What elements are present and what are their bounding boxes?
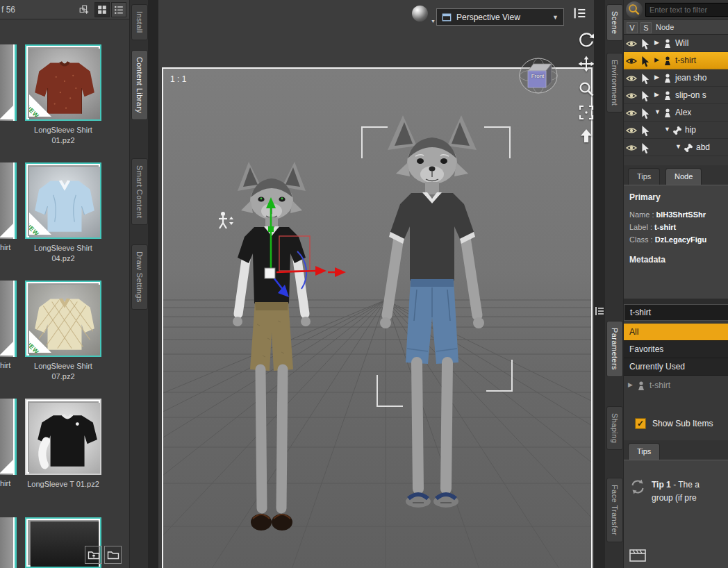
orbit-tool-icon[interactable] (578, 32, 594, 49)
visibility-eye-icon[interactable] (626, 90, 637, 101)
expander-icon[interactable]: ▶ (654, 56, 659, 63)
content-item-partial[interactable] (0, 44, 17, 121)
pagination-label: f 56 (1, 5, 15, 15)
parameters-node-item[interactable]: ▶ t-shirt (624, 377, 728, 394)
folder-up-icon[interactable] (85, 546, 102, 564)
tab-install[interactable]: Install (131, 4, 148, 40)
tree-row-selected[interactable]: ▶ t-shirt (624, 52, 728, 69)
list-view-button[interactable] (111, 2, 126, 17)
tab-shaping[interactable]: Shaping (606, 406, 623, 450)
visibility-eye-icon[interactable] (626, 73, 637, 84)
add-page-icon[interactable] (76, 2, 92, 17)
content-item-label: LongSleeve Shirt 04.pz2 (23, 243, 104, 264)
node-label: Will (675, 38, 688, 48)
expander-icon[interactable]: ▶ (654, 39, 659, 46)
node-item-label: t-shirt (650, 381, 670, 390)
view-selector-dropdown[interactable]: Perspective View ▼ (436, 8, 564, 26)
view-cube-front-label: Front (527, 73, 548, 79)
bone-node-icon (672, 126, 682, 135)
content-item-thumbnail[interactable]: NEW (25, 162, 101, 239)
select-cursor-icon[interactable] (640, 126, 651, 137)
tab-environment[interactable]: Environment (606, 53, 623, 112)
frame-tool-icon[interactable] (578, 104, 594, 121)
zoom-tool-icon[interactable] (578, 81, 594, 97)
node-info-panel: Primary Name : blH3ShrtSShr Label : t-sh… (624, 185, 728, 299)
viewport[interactable]: 1 : 1 (158, 0, 594, 568)
node-label: t-shirt (675, 56, 696, 65)
expander-icon[interactable]: ▼ (654, 108, 661, 115)
tab-scene[interactable]: Scene (606, 4, 623, 41)
visibility-eye-icon[interactable] (626, 108, 637, 119)
aspect-ratio-label: 1 : 1 (170, 74, 186, 84)
search-input[interactable] (645, 3, 728, 17)
tree-row[interactable]: ▼ Alex (624, 104, 728, 122)
select-cursor-icon[interactable] (640, 39, 651, 50)
visibility-eye-icon[interactable] (626, 142, 637, 153)
expander-icon[interactable]: ▶ (654, 74, 659, 81)
partial-item-label: hirt (0, 479, 14, 487)
visibility-eye-icon[interactable] (626, 38, 637, 49)
tab-content-library[interactable]: Content Library (131, 50, 148, 120)
panel-splitter[interactable] (624, 299, 728, 304)
content-item-thumbnail[interactable]: NEW (25, 44, 101, 121)
visibility-eye-icon[interactable] (626, 125, 637, 136)
left-tab-strip: Install Content Library Smart Content Dr… (129, 0, 148, 568)
tree-row[interactable]: ▶ slip-on s (624, 87, 728, 104)
select-cursor-icon[interactable] (640, 108, 651, 119)
draw-style-sphere-button[interactable]: ▼ (412, 6, 436, 25)
filter-favorites[interactable]: Favorites (624, 341, 728, 358)
figure-right[interactable] (377, 112, 495, 522)
visibility-eye-icon[interactable] (626, 56, 637, 67)
tab-face-transfer[interactable]: Face Transfer (606, 478, 623, 542)
tab-draw-settings[interactable]: Draw Settings (131, 244, 148, 310)
show-sub-items-checkbox[interactable]: ✓ (635, 418, 646, 429)
pan-tool-icon[interactable] (578, 56, 594, 72)
content-item-partial[interactable] (0, 281, 17, 357)
filter-currently-used[interactable]: Currently Used (624, 358, 728, 376)
viewport-options-icon[interactable] (572, 6, 589, 22)
partial-item-label: hirt (0, 243, 14, 251)
content-item-partial[interactable] (0, 162, 17, 239)
content-item-label: LongSleeve Shirt 01.pz2 (23, 125, 104, 146)
search-icon[interactable] (626, 1, 643, 18)
field-name: Name : blH3ShrtSShr (629, 210, 728, 219)
new-badge-wedge (0, 342, 13, 356)
select-cursor-icon[interactable] (640, 56, 651, 67)
expander-icon[interactable]: ▶ (628, 381, 633, 388)
parameters-node-selector[interactable]: t-shirt (624, 304, 728, 321)
dock-pane-icon[interactable] (595, 306, 604, 317)
content-item-label: LongSleeve T 01.pz2 (23, 479, 104, 490)
tree-row[interactable]: ▶ jean sho (624, 69, 728, 87)
tree-row[interactable]: ▼ abd (624, 139, 728, 156)
tab-smart-content[interactable]: Smart Content (131, 158, 148, 225)
tree-row[interactable]: ▼ hip (624, 122, 728, 139)
tree-row[interactable]: ▶ Will (624, 35, 728, 52)
up-arrow-tool-icon[interactable] (578, 128, 594, 144)
expander-icon[interactable]: ▶ (654, 91, 659, 98)
view-cube[interactable]: Front (518, 56, 559, 96)
grid-view-button[interactable] (94, 2, 110, 17)
view-selector-value: Perspective View (456, 12, 520, 22)
longsleeve-t-art (29, 403, 100, 474)
tab-tips[interactable]: Tips (628, 168, 660, 185)
tab-node[interactable]: Node (665, 168, 702, 185)
field-label: Label : t-shirt (629, 223, 728, 231)
content-item-partial[interactable] (0, 517, 17, 568)
expander-icon[interactable]: ▼ (664, 126, 670, 133)
tab-tips-lower[interactable]: Tips (628, 443, 660, 460)
content-item-partial[interactable] (0, 399, 17, 475)
select-cursor-icon[interactable] (640, 143, 651, 154)
primary-heading: Primary (629, 192, 728, 202)
scene-column-headers: V S Node (624, 19, 728, 35)
content-item-thumbnail[interactable]: NEW (25, 281, 101, 357)
folder-icon[interactable] (104, 546, 122, 564)
select-cursor-icon[interactable] (640, 91, 651, 102)
expander-icon[interactable]: ▼ (675, 143, 681, 150)
translate-gizmo[interactable] (231, 196, 356, 307)
dropdown-arrow-icon: ▼ (552, 14, 559, 21)
tab-parameters[interactable]: Parameters (606, 321, 623, 377)
content-item-thumbnail[interactable] (25, 399, 101, 475)
select-cursor-icon[interactable] (640, 74, 651, 85)
scene-search-bar (624, 0, 728, 19)
filter-all[interactable]: All (624, 324, 728, 341)
